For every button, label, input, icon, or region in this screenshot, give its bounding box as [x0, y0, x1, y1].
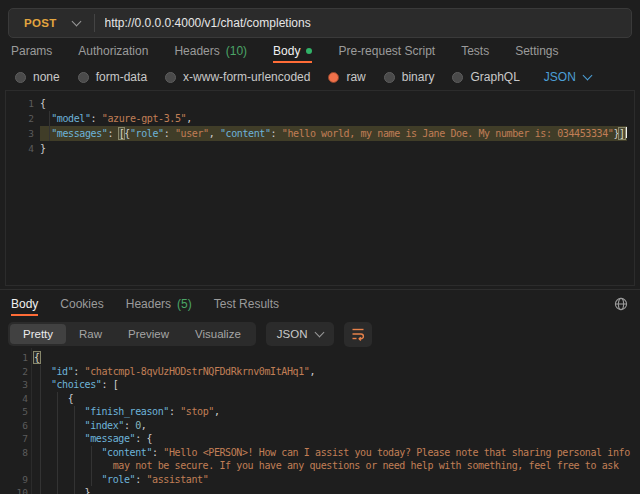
chevron-down-icon: [315, 328, 325, 338]
code-token: [34, 406, 85, 417]
line-number: 4: [0, 392, 34, 406]
body-type-raw[interactable]: raw: [328, 70, 365, 84]
code-token: ,: [186, 113, 192, 124]
code-line[interactable]: 4 {: [0, 392, 640, 406]
divider: [0, 289, 640, 290]
tab-body[interactable]: Body: [273, 40, 312, 62]
radio-icon: [15, 72, 26, 83]
tab-pre-request-script[interactable]: Pre-request Script: [338, 40, 435, 62]
tab-params[interactable]: Params: [11, 40, 52, 62]
code-token: :: [135, 474, 146, 485]
body-type-x-www-form-urlencoded[interactable]: x-www-form-urlencoded: [165, 70, 310, 84]
code-token: ,: [214, 406, 220, 417]
line-number: 3: [6, 126, 40, 141]
code-token: "content": [220, 128, 271, 139]
request-body-editor[interactable]: 1{2 "model": "azure-gpt-3.5",3 "messages…: [5, 90, 635, 286]
tab-label: Headers: [174, 44, 219, 58]
indent-guide: [91, 446, 92, 486]
code-token: "Hello <PERSON>! How can I assist you to…: [163, 447, 630, 458]
tab-authorization[interactable]: Authorization: [78, 40, 148, 62]
code-line[interactable]: 2 "model": "azure-gpt-3.5",: [6, 111, 634, 126]
radio-label: form-data: [96, 70, 147, 84]
tab-label: Headers: [126, 297, 171, 311]
tab-headers[interactable]: Headers(10): [174, 40, 247, 62]
radio-icon: [165, 72, 176, 83]
url-input[interactable]: [95, 16, 631, 30]
chevron-down-icon: [71, 17, 81, 27]
code-line[interactable]: 3 "choices": [: [0, 378, 640, 392]
code-token: [34, 433, 85, 444]
response-body-editor[interactable]: 1{2 "id": "chatcmpl-8qvUzHODstrNQFDdRkrn…: [0, 348, 640, 494]
code-line[interactable]: may not be secure. If you have any quest…: [0, 459, 640, 473]
view-tab-pretty[interactable]: Pretty: [10, 324, 66, 344]
method-selector[interactable]: POST: [9, 17, 94, 29]
code-token: ,: [209, 128, 220, 139]
tab-label: Test Results: [214, 297, 279, 311]
body-type-graphql[interactable]: GraphQL: [452, 70, 519, 84]
globe-icon[interactable]: [613, 296, 629, 312]
body-type-binary[interactable]: binary: [384, 70, 435, 84]
code-line[interactable]: 1{: [0, 351, 640, 365]
matched-bracket: {: [34, 352, 40, 363]
response-tab-body[interactable]: Body: [11, 293, 38, 315]
code-token: :: [101, 379, 112, 390]
code-token: "role": [130, 128, 164, 139]
tab-settings[interactable]: Settings: [515, 40, 558, 62]
code-token: [34, 379, 51, 390]
code-token: [34, 420, 85, 431]
code-line[interactable]: 8 "content": "Hello <PERSON>! How can I …: [0, 446, 640, 460]
body-type-none[interactable]: none: [15, 70, 60, 84]
code-text: "index": 0,: [34, 419, 146, 433]
code-line[interactable]: 5 "finish_reason": "stop",: [0, 405, 640, 419]
radio-label: binary: [402, 70, 435, 84]
code-line[interactable]: 3 "messages": [{"role": "user", "content…: [6, 126, 634, 141]
code-token: "stop": [180, 406, 214, 417]
line-number: 9: [0, 473, 34, 487]
code-token: "index": [85, 420, 124, 431]
code-token: "message": [85, 433, 136, 444]
code-line[interactable]: 9 "role": "assistant": [0, 473, 640, 487]
code-text: "model": "azure-gpt-3.5",: [40, 111, 192, 126]
request-language-select[interactable]: JSON: [544, 70, 591, 84]
code-token: :: [107, 128, 118, 139]
code-token: :: [169, 406, 180, 417]
line-number: [0, 459, 34, 473]
code-line[interactable]: 7 "message": {: [0, 432, 640, 446]
code-line[interactable]: 6 "index": 0,: [0, 419, 640, 433]
indent-guide: [40, 365, 41, 494]
response-tab-cookies[interactable]: Cookies: [60, 293, 103, 315]
code-text: "id": "chatcmpl-8qvUzHODstrNQFDdRkrnv0mI…: [34, 365, 315, 379]
radio-label: raw: [346, 70, 365, 84]
tab-tests[interactable]: Tests: [461, 40, 489, 62]
code-line[interactable]: 2 "id": "chatcmpl-8qvUzHODstrNQFDdRkrnv0…: [0, 365, 640, 379]
wrap-text-button[interactable]: [344, 322, 372, 347]
code-token: "azure-gpt-3.5": [102, 113, 186, 124]
response-language-select[interactable]: JSON: [266, 322, 335, 346]
view-tab-raw[interactable]: Raw: [66, 324, 115, 344]
code-line[interactable]: 10 }: [0, 486, 640, 494]
code-line[interactable]: 1{: [6, 96, 634, 111]
chevron-down-icon: [582, 71, 592, 81]
code-token: :: [73, 366, 84, 377]
code-token: :: [271, 128, 282, 139]
code-token: "chatcmpl-8qvUzHODstrNQFDdRkrnv0mItAHq1": [85, 366, 310, 377]
request-tabs: ParamsAuthorizationHeaders(10)BodyPre-re…: [11, 40, 630, 62]
code-token: }: [34, 487, 90, 494]
body-type-form-data[interactable]: form-data: [78, 70, 147, 84]
code-token: "messages": [51, 128, 107, 139]
matched-bracket: ]: [619, 128, 625, 139]
code-token: may not be secure. If you have any quest…: [34, 460, 619, 471]
code-token: "assistant": [146, 474, 208, 485]
code-token: :: [135, 433, 146, 444]
response-tab-test-results[interactable]: Test Results: [214, 293, 279, 315]
code-token: {: [146, 433, 152, 444]
code-text: }: [40, 141, 46, 156]
text-cursor: [626, 127, 628, 138]
view-tab-preview[interactable]: Preview: [115, 324, 182, 344]
code-line[interactable]: 4}: [6, 141, 634, 156]
response-tab-headers[interactable]: Headers(5): [126, 293, 192, 315]
view-tab-visualize[interactable]: Visualize: [182, 324, 254, 344]
line-number: 8: [0, 446, 34, 460]
response-language-label: JSON: [277, 328, 308, 340]
line-number: 2: [6, 111, 40, 126]
